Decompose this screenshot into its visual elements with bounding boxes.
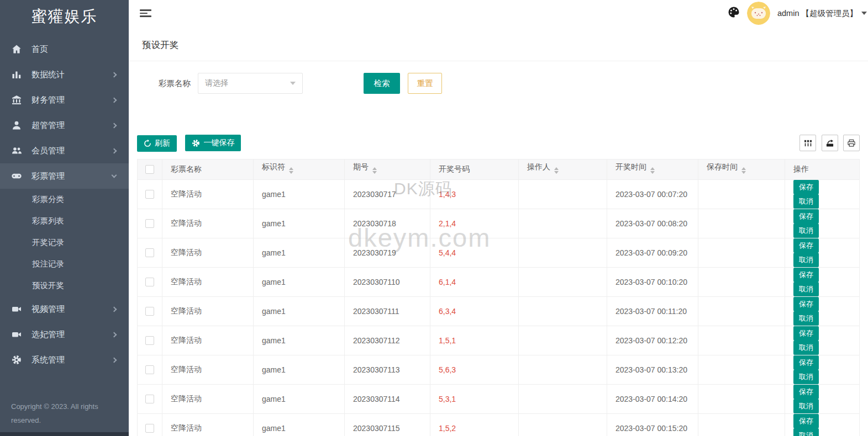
user-menu[interactable]: admin 【超级管理员】 xyxy=(777,8,867,19)
sidebar-item-superadmin[interactable]: 超管管理 xyxy=(0,113,129,138)
print-button[interactable] xyxy=(843,135,860,151)
cancel-button[interactable]: 取消 xyxy=(793,311,819,326)
row-checkbox[interactable] xyxy=(145,395,154,403)
save-button[interactable]: 保存 xyxy=(793,180,819,194)
sidebar-subitem-preset-draw[interactable]: 预设开奖 xyxy=(0,275,129,296)
save-all-button[interactable]: 一键保存 xyxy=(185,135,241,151)
col-operator[interactable]: 操作人 xyxy=(519,159,607,179)
gear-icon xyxy=(11,355,22,365)
cancel-button[interactable]: 取消 xyxy=(793,399,819,413)
cell-actions: 保存 取消 xyxy=(785,179,860,209)
sidebar-item-finance[interactable]: 财务管理 xyxy=(0,87,129,113)
row-checkbox[interactable] xyxy=(145,365,154,374)
sort-icon[interactable] xyxy=(741,165,746,176)
cell-issue: 20230307113 xyxy=(345,355,430,384)
main-area: admin 【超级管理员】 预设开奖 彩票名称 请选择 检索 重置 xyxy=(129,0,868,436)
cell-identifier: game1 xyxy=(254,296,345,326)
sidebar-subitem-lottery-list[interactable]: 彩票列表 xyxy=(0,210,129,232)
save-button[interactable]: 保存 xyxy=(793,326,819,341)
cell-actions: 保存 取消 xyxy=(785,209,860,238)
save-button[interactable]: 保存 xyxy=(793,238,819,253)
cell-issue: 20230307110 xyxy=(345,267,430,296)
lottery-name-select[interactable]: 请选择 xyxy=(198,73,303,94)
cell-save-time xyxy=(698,267,785,296)
sidebar-item-system[interactable]: 系统管理 xyxy=(0,347,129,373)
save-button[interactable]: 保存 xyxy=(793,385,819,399)
cell-operator xyxy=(519,267,607,296)
sort-icon[interactable] xyxy=(650,165,655,176)
cell-draw-numbers: 6,3,4 xyxy=(430,296,519,326)
cell-draw-time: 2023-03-07 00:15:20 xyxy=(607,413,698,436)
col-draw-time[interactable]: 开奖时间 xyxy=(607,159,698,179)
cancel-button[interactable]: 取消 xyxy=(793,282,819,296)
col-draw-numbers: 开奖号码 xyxy=(430,159,519,179)
export-button[interactable] xyxy=(822,135,838,151)
menu-collapse-icon[interactable] xyxy=(139,6,151,21)
toolbar-right xyxy=(797,135,860,151)
select-placeholder: 请选择 xyxy=(205,78,228,88)
save-button[interactable]: 保存 xyxy=(793,268,819,282)
sidebar-item-label: 彩票管理 xyxy=(31,171,112,182)
col-issue[interactable]: 期号 xyxy=(345,159,430,179)
cancel-button[interactable]: 取消 xyxy=(793,428,819,436)
select-all-checkbox[interactable] xyxy=(145,165,154,174)
row-checkbox[interactable] xyxy=(145,248,154,257)
cell-draw-time: 2023-03-07 00:10:20 xyxy=(607,267,698,296)
table-row: 空降活动 game1 2023030717 1,4,3 2023-03-07 0… xyxy=(138,179,860,209)
video-camera-icon xyxy=(11,304,22,314)
sidebar-subitem-lottery-category[interactable]: 彩票分类 xyxy=(0,189,129,210)
table-body: 空降活动 game1 2023030717 1,4,3 2023-03-07 0… xyxy=(138,179,860,436)
sidebar-item-lottery[interactable]: 彩票管理 xyxy=(0,163,129,189)
sort-icon[interactable] xyxy=(372,165,377,176)
col-save-time[interactable]: 保存时间 xyxy=(698,159,785,179)
chevron-right-icon xyxy=(112,332,117,337)
cell-actions: 保存 取消 xyxy=(785,238,860,267)
row-checkbox[interactable] xyxy=(145,336,154,345)
reset-button[interactable]: 重置 xyxy=(408,73,442,94)
save-button[interactable]: 保存 xyxy=(793,297,819,311)
cancel-button[interactable]: 取消 xyxy=(793,370,819,384)
cell-draw-numbers: 1,5,1 xyxy=(430,326,519,355)
toolbar-left: 刷新 一键保存 xyxy=(137,135,247,152)
save-button[interactable]: 保存 xyxy=(793,414,819,428)
cancel-button[interactable]: 取消 xyxy=(793,194,819,209)
cell-save-time xyxy=(698,384,785,413)
sort-icon[interactable] xyxy=(554,165,559,176)
row-checkbox[interactable] xyxy=(145,307,154,316)
cell-identifier: game1 xyxy=(254,209,345,238)
cell-draw-time: 2023-03-07 00:09:20 xyxy=(607,238,698,267)
cancel-button[interactable]: 取消 xyxy=(793,224,819,238)
cell-lottery-name: 空降活动 xyxy=(162,326,254,355)
sidebar-item-statistics[interactable]: 数据统计 xyxy=(0,62,129,87)
cell-save-time xyxy=(698,326,785,355)
users-icon xyxy=(11,146,22,156)
user-avatar[interactable] xyxy=(747,2,770,25)
row-checkbox[interactable] xyxy=(145,424,154,433)
save-button[interactable]: 保存 xyxy=(793,355,819,370)
filter-card: 预设开奖 彩票名称 请选择 检索 重置 xyxy=(129,26,868,118)
gear-icon xyxy=(192,139,200,147)
sidebar-subitem-bet-records[interactable]: 投注记录 xyxy=(0,253,129,275)
chevron-right-icon xyxy=(112,123,117,128)
refresh-button[interactable]: 刷新 xyxy=(137,135,177,152)
search-button[interactable]: 检索 xyxy=(364,73,400,94)
filter-columns-button[interactable] xyxy=(799,135,816,151)
theme-palette-icon[interactable] xyxy=(728,6,740,20)
cancel-button[interactable]: 取消 xyxy=(793,341,819,355)
save-button[interactable]: 保存 xyxy=(793,209,819,224)
sidebar-item-home[interactable]: 首页 xyxy=(0,36,129,62)
sidebar-item-video[interactable]: 视频管理 xyxy=(0,296,129,322)
cancel-button[interactable]: 取消 xyxy=(793,253,819,267)
sidebar-subitem-draw-records[interactable]: 开奖记录 xyxy=(0,232,129,253)
sort-icon[interactable] xyxy=(289,165,293,176)
sidebar-item-members[interactable]: 会员管理 xyxy=(0,138,129,163)
app-layout: 蜜獾娱乐 首页 数据统计 财务管理 xyxy=(0,0,868,436)
sidebar-item-concubine[interactable]: 选妃管理 xyxy=(0,322,129,347)
row-checkbox[interactable] xyxy=(145,278,154,286)
row-checkbox[interactable] xyxy=(145,219,154,228)
cell-actions: 保存 取消 xyxy=(785,267,860,296)
export-icon xyxy=(825,139,834,147)
col-identifier[interactable]: 标识符 xyxy=(254,159,345,179)
row-checkbox[interactable] xyxy=(145,190,154,199)
cell-identifier: game1 xyxy=(254,384,345,413)
